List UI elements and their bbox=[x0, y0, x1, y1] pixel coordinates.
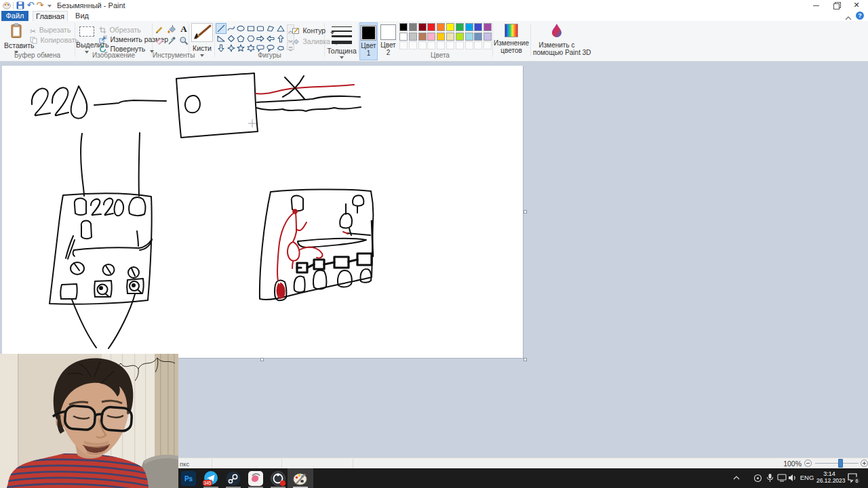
palette-color[interactable] bbox=[427, 23, 435, 31]
size-button[interactable]: Толщина bbox=[326, 22, 357, 59]
palette-empty-slot[interactable] bbox=[427, 41, 435, 49]
color-picker-tool[interactable] bbox=[167, 36, 176, 48]
palette-color[interactable] bbox=[409, 23, 417, 31]
palette-empty-slot[interactable] bbox=[456, 41, 464, 49]
magnifier-tool[interactable] bbox=[179, 36, 189, 48]
shape-right-triangle[interactable] bbox=[216, 34, 226, 43]
shape-diamond[interactable] bbox=[226, 34, 236, 43]
palette-color[interactable] bbox=[446, 23, 454, 31]
shape-rectangle[interactable] bbox=[246, 24, 256, 33]
shape-arrow-up[interactable] bbox=[276, 34, 285, 43]
taskbar-paint-icon[interactable] bbox=[292, 470, 309, 487]
taskbar-telegram-icon[interactable]: 345 bbox=[203, 470, 219, 487]
palette-empty-slot[interactable] bbox=[465, 41, 473, 49]
shape-line[interactable] bbox=[216, 24, 226, 33]
outline-label: Контур bbox=[302, 26, 326, 35]
palette-empty-slot[interactable] bbox=[446, 41, 454, 49]
tray-microphone-icon[interactable] bbox=[766, 473, 774, 483]
tray-obs-icon[interactable] bbox=[753, 474, 762, 483]
tab-home[interactable]: Главная bbox=[33, 11, 68, 21]
taskbar-steam-icon[interactable] bbox=[225, 470, 241, 487]
palette-color[interactable] bbox=[446, 33, 454, 41]
undo-icon[interactable]: ↶ bbox=[26, 0, 35, 11]
drawing-wire-black-2 bbox=[256, 107, 361, 111]
brushes-button[interactable]: Кисти bbox=[191, 22, 214, 59]
copy-button[interactable]: Копировать bbox=[30, 35, 79, 44]
maximize-button[interactable] bbox=[826, 0, 846, 11]
palette-color[interactable] bbox=[418, 23, 427, 31]
zoom-out-button[interactable] bbox=[804, 460, 812, 467]
tray-chevron-icon[interactable] bbox=[733, 475, 740, 481]
canvas-resize-handle-bottom[interactable] bbox=[260, 358, 264, 361]
save-icon[interactable] bbox=[16, 1, 24, 9]
palette-empty-slot[interactable] bbox=[474, 41, 482, 49]
shape-triangle[interactable] bbox=[276, 24, 285, 33]
palette-empty-slot[interactable] bbox=[484, 41, 492, 49]
zoom-slider-thumb[interactable] bbox=[838, 459, 843, 468]
palette-empty-slot[interactable] bbox=[409, 41, 417, 49]
pencil-tool[interactable] bbox=[155, 24, 164, 37]
minimize-button[interactable] bbox=[806, 0, 826, 11]
palette-color[interactable] bbox=[456, 33, 464, 41]
eraser-tool[interactable] bbox=[155, 36, 164, 48]
shape-pentagon[interactable] bbox=[236, 34, 245, 43]
tray-language[interactable]: ENG bbox=[798, 474, 816, 481]
paint-canvas[interactable] bbox=[2, 66, 524, 359]
tray-notification-icon[interactable]: 6 bbox=[847, 472, 861, 485]
tray-speaker-icon[interactable] bbox=[788, 474, 797, 482]
taskbar-photoshop-icon[interactable]: Ps bbox=[180, 470, 197, 487]
palette-color[interactable] bbox=[399, 33, 408, 41]
help-icon[interactable]: ? bbox=[856, 12, 864, 20]
palette-color[interactable] bbox=[399, 23, 408, 31]
qat-dropdown-icon[interactable] bbox=[47, 5, 52, 7]
shape-hexagon[interactable] bbox=[246, 34, 256, 43]
redo-icon[interactable]: ↷ bbox=[35, 0, 45, 11]
tray-network-icon[interactable] bbox=[777, 474, 787, 482]
color2-swatch bbox=[380, 24, 396, 40]
canvas-resize-handle-right[interactable] bbox=[524, 210, 527, 214]
tray-clock[interactable]: 3:14 26.12.2023 bbox=[816, 470, 842, 484]
crop-button[interactable]: Обрезать bbox=[99, 24, 141, 34]
palette-color[interactable] bbox=[456, 23, 464, 31]
taskbar-obs-icon[interactable] bbox=[270, 470, 286, 487]
color1-label-line1: Цвет bbox=[360, 42, 377, 49]
palette-color[interactable] bbox=[437, 23, 445, 31]
palette-color[interactable] bbox=[409, 33, 417, 41]
color-picker-icon bbox=[167, 36, 176, 45]
shape-rounded-rectangle[interactable] bbox=[256, 24, 265, 33]
palette-color[interactable] bbox=[465, 23, 473, 31]
palette-empty-slot[interactable] bbox=[418, 41, 427, 49]
shape-curve[interactable] bbox=[226, 24, 236, 33]
palette-empty-slot[interactable] bbox=[437, 41, 445, 49]
tab-view[interactable]: Вид bbox=[71, 11, 94, 21]
taskbar-media-app-icon[interactable] bbox=[248, 470, 264, 487]
text-tool[interactable]: A bbox=[179, 24, 189, 33]
brushes-label: Кисти bbox=[191, 44, 214, 52]
palette-color[interactable] bbox=[474, 23, 482, 31]
zoom-in-button[interactable] bbox=[861, 460, 868, 467]
palette-color[interactable] bbox=[484, 33, 492, 41]
shape-arrow-right[interactable] bbox=[256, 34, 265, 43]
shape-polygon[interactable] bbox=[266, 24, 275, 33]
shape-ellipse[interactable] bbox=[236, 24, 245, 33]
palette-color[interactable] bbox=[418, 33, 427, 41]
svg-text:Ps: Ps bbox=[184, 475, 193, 483]
palette-color[interactable] bbox=[484, 23, 492, 31]
shape-arrow-left[interactable] bbox=[266, 34, 275, 43]
palette-color[interactable] bbox=[474, 33, 482, 41]
ribbon-collapse-icon[interactable] bbox=[845, 12, 853, 20]
palette-color[interactable] bbox=[437, 33, 445, 41]
fill-tool[interactable] bbox=[167, 24, 176, 37]
palette-color[interactable] bbox=[465, 33, 473, 41]
close-button[interactable]: ✕ bbox=[846, 0, 867, 11]
color2-button[interactable]: Цвет 2 bbox=[379, 22, 397, 60]
canvas-resize-handle-corner[interactable] bbox=[524, 358, 527, 361]
tab-file[interactable]: Файл bbox=[1, 11, 28, 21]
edit-colors-button[interactable]: Изменение цветов bbox=[494, 22, 529, 60]
palette-color[interactable] bbox=[427, 33, 435, 41]
zoom-slider-track[interactable] bbox=[815, 463, 859, 464]
cut-button[interactable]: ✂ Вырезать bbox=[30, 24, 71, 34]
color1-button[interactable]: Цвет 1 bbox=[359, 22, 378, 60]
palette-empty-slot[interactable] bbox=[399, 41, 408, 49]
paint3d-button[interactable]: Изменить с помощью Paint 3D bbox=[533, 22, 580, 60]
